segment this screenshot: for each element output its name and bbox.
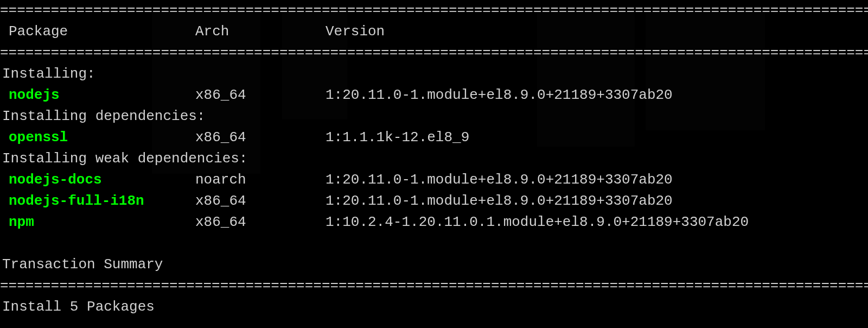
terminal-output: ========================================… (0, 0, 868, 318)
separator-line: ========================================… (0, 275, 868, 297)
package-name: nodejs-full-i18n (0, 191, 195, 212)
package-version: 1:20.11.0-1.module+el8.9.0+21189+3307ab2… (326, 85, 868, 106)
blank-line (0, 233, 868, 254)
transaction-summary-title: Transaction Summary (0, 254, 868, 275)
package-name: openssl (0, 127, 195, 148)
package-arch: x86_64 (195, 85, 326, 106)
column-headers: Package Arch Version (0, 21, 868, 42)
separator-line: ========================================… (0, 42, 868, 64)
package-version: 1:1.1.1k-12.el8_9 (326, 127, 868, 148)
package-row-npm: npm x86_64 1:10.2.4-1.20.11.0.1.module+e… (0, 212, 868, 233)
package-name: nodejs-docs (0, 169, 195, 191)
package-row-nodejs-docs: nodejs-docs noarch 1:20.11.0-1.module+el… (0, 169, 868, 191)
section-installing: Installing: (0, 64, 868, 85)
separator-line: ========================================… (0, 0, 868, 21)
package-arch: x86_64 (195, 127, 326, 148)
package-name: nodejs (0, 85, 195, 106)
package-row-nodejs-full-i18n: nodejs-full-i18n x86_64 1:20.11.0-1.modu… (0, 191, 868, 212)
package-row-nodejs: nodejs x86_64 1:20.11.0-1.module+el8.9.0… (0, 85, 868, 106)
section-installing-weak-deps: Installing weak dependencies: (0, 148, 868, 169)
package-version: 1:10.2.4-1.20.11.0.1.module+el8.9.0+2118… (326, 212, 868, 233)
section-installing-deps: Installing dependencies: (0, 106, 868, 127)
package-arch: x86_64 (195, 212, 326, 233)
package-arch: x86_64 (195, 191, 326, 212)
header-version: Version (326, 21, 868, 42)
package-version: 1:20.11.0-1.module+el8.9.0+21189+3307ab2… (326, 169, 868, 191)
header-package: Package (0, 21, 195, 42)
package-name: npm (0, 212, 195, 233)
package-arch: noarch (195, 169, 326, 191)
package-row-openssl: openssl x86_64 1:1.1.1k-12.el8_9 (0, 127, 868, 148)
install-count-line: Install 5 Packages (0, 297, 868, 318)
header-arch: Arch (195, 21, 326, 42)
package-version: 1:20.11.0-1.module+el8.9.0+21189+3307ab2… (326, 191, 868, 212)
